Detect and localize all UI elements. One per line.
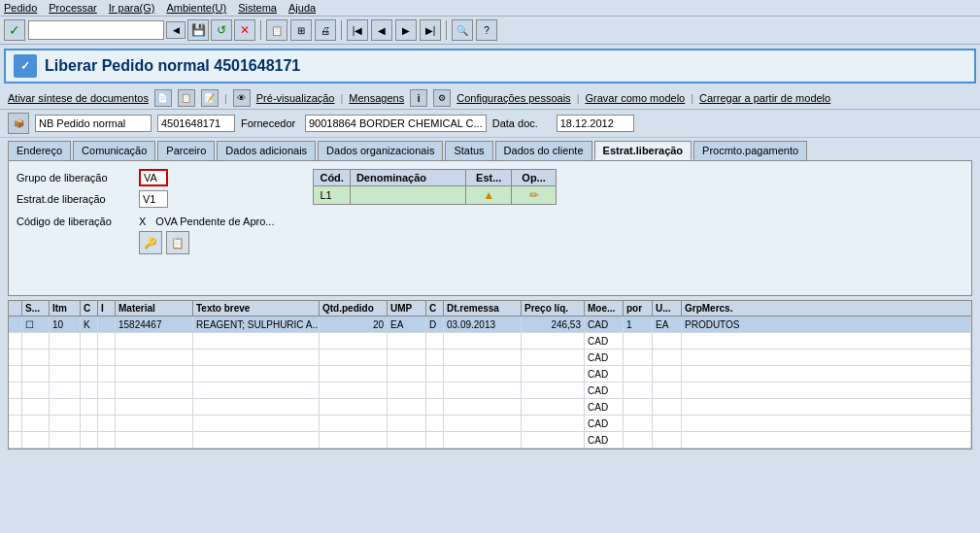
tab-procmto-pagamento[interactable]: Procmto.pagamento xyxy=(693,141,807,160)
code-row: Código de liberação X OVA Pendente de Ap… xyxy=(17,216,274,254)
lib-row-op[interactable]: ✏ xyxy=(512,186,556,205)
grid-cell xyxy=(193,416,320,431)
action-preview-icon[interactable]: 👁 xyxy=(233,89,251,107)
group-label: Grupo de liberação xyxy=(17,172,133,183)
grid-cell xyxy=(50,366,81,382)
next-button[interactable]: ▶ xyxy=(395,19,417,41)
table-row[interactable]: CAD xyxy=(9,432,971,449)
grid-cell xyxy=(98,416,116,431)
action-ativar[interactable]: Ativar síntese de documentos xyxy=(8,92,149,104)
table-row[interactable]: CAD xyxy=(9,366,971,383)
grid-cell xyxy=(653,333,682,349)
lib-row-status: ▲ xyxy=(466,186,512,205)
grid-cell xyxy=(116,333,193,349)
toolbar: ✓ ◀ 💾 ↺ ✕ 📋 ⊞ 🖨 |◀ ◀ ▶ ▶| 🔍 ? xyxy=(0,17,980,45)
lib-col-est: Est... xyxy=(466,170,512,186)
table-row[interactable]: CAD xyxy=(9,350,971,366)
nav-refresh-button[interactable]: ↺ xyxy=(211,19,232,41)
action-config[interactable]: Configurações pessoais xyxy=(456,92,570,104)
copy-button[interactable]: 📋 xyxy=(266,19,287,41)
table-row[interactable]: CAD xyxy=(9,416,971,432)
lib-action-btn2[interactable]: 📋 xyxy=(166,231,189,254)
table-row[interactable]: CAD xyxy=(9,383,971,399)
grid-cell xyxy=(388,383,426,398)
grid-cell: CAD xyxy=(585,333,624,349)
grid-cell: 1 xyxy=(624,316,653,332)
lib-action-btn1[interactable]: 🔑 xyxy=(139,231,162,254)
action-preview[interactable]: Pré-visualização xyxy=(256,92,335,104)
menu-irpara[interactable]: Ir para(G) xyxy=(109,2,155,14)
action-load-model[interactable]: Carregar a partir de modelo xyxy=(699,92,830,104)
grid-cell xyxy=(193,350,320,365)
nav-prev-button[interactable]: ◀ xyxy=(166,21,186,39)
tab-comunicacao[interactable]: Comunicação xyxy=(73,141,155,160)
tabs-container: Endereço Comunicação Parceiro Dados adic… xyxy=(0,138,980,160)
grid-cell xyxy=(522,416,585,431)
lib-table: Cód. Denominação Est... Op... L1 ▲ ✏ xyxy=(313,169,556,205)
shortcut-button[interactable]: ⊞ xyxy=(290,19,312,41)
grid-cell xyxy=(81,333,98,349)
table-row[interactable]: CAD xyxy=(9,399,971,416)
supplier-field: 90018864 BORDER CHEMICAL C... xyxy=(305,115,487,132)
grid-cell xyxy=(426,333,444,349)
lib-row-name xyxy=(350,186,465,205)
tab-dados-org[interactable]: Dados organizacionais xyxy=(318,141,443,160)
supplier-label: Fornecedor xyxy=(241,117,299,129)
grid-cell: CAD xyxy=(585,316,624,332)
table-row[interactable]: ☐10K15824467REAGENT; SULPHURIC A...20EAD… xyxy=(9,316,971,333)
action-icon1[interactable]: 📄 xyxy=(154,89,172,107)
tab-parceiro[interactable]: Parceiro xyxy=(157,141,215,160)
find-button[interactable]: 🔍 xyxy=(452,19,473,41)
command-input[interactable] xyxy=(28,20,164,40)
menu-pedido[interactable]: Pedido xyxy=(4,2,37,14)
last-button[interactable]: ▶| xyxy=(420,19,441,41)
grid-cell xyxy=(50,432,81,448)
menu-ajuda[interactable]: Ajuda xyxy=(288,2,316,14)
grid-cell xyxy=(624,399,653,415)
grid-cell xyxy=(50,383,81,398)
grid-cell xyxy=(682,432,971,448)
action-icon3[interactable]: 📝 xyxy=(201,89,219,107)
group-input[interactable]: VA xyxy=(139,169,168,186)
check-button[interactable]: ✓ xyxy=(4,19,25,41)
grid-cell xyxy=(193,432,320,448)
grid-header-date: Dt.remessa xyxy=(444,301,522,316)
tab-dados-adicionais[interactable]: Dados adicionais xyxy=(217,141,316,160)
menu-ambiente[interactable]: Ambiente(U) xyxy=(166,2,226,14)
tab-endereco[interactable]: Endereço xyxy=(8,141,71,160)
menu-sistema[interactable]: Sistema xyxy=(238,2,277,14)
action-msg-icon[interactable]: i xyxy=(410,89,427,107)
grid-header-moe: Moe... xyxy=(585,301,624,316)
field-row-icon[interactable]: 📦 xyxy=(8,113,29,134)
edit-icon[interactable]: ✏ xyxy=(529,188,539,202)
nav-stop-button[interactable]: ✕ xyxy=(234,19,255,41)
tab-status[interactable]: Status xyxy=(445,141,492,160)
nav-save-button[interactable]: 💾 xyxy=(187,19,209,41)
grid-cell xyxy=(22,366,50,382)
grid-cell xyxy=(444,416,522,431)
grid-cell xyxy=(98,366,116,382)
tab-estrat-liberacao[interactable]: Estrat.liberação xyxy=(594,141,693,160)
prev-button[interactable]: ◀ xyxy=(371,19,392,41)
strategy-input[interactable]: V1 xyxy=(139,190,168,208)
menu-processar[interactable]: Processar xyxy=(49,2,97,14)
grid-cell xyxy=(9,366,22,382)
grid-cell xyxy=(9,333,22,349)
action-config-icon[interactable]: ⚙ xyxy=(433,89,451,107)
grid-cell: 15824467 xyxy=(116,316,193,332)
grid-cell xyxy=(22,383,50,398)
grid-cell xyxy=(9,316,22,332)
action-save-model[interactable]: Gravar como modelo xyxy=(585,92,685,104)
grid-cell xyxy=(426,416,444,431)
grid-cell xyxy=(81,350,98,365)
grid-header-i: I xyxy=(98,301,116,316)
help-button[interactable]: ? xyxy=(476,19,497,41)
action-messages[interactable]: Mensagens xyxy=(349,92,404,104)
tab-dados-cliente[interactable]: Dados do cliente xyxy=(495,141,592,160)
first-button[interactable]: |◀ xyxy=(347,19,368,41)
grid-header-c: C xyxy=(81,301,98,316)
grid-cell xyxy=(653,416,682,431)
print-button[interactable]: 🖨 xyxy=(315,19,336,41)
table-row[interactable]: CAD xyxy=(9,333,971,350)
action-icon2[interactable]: 📋 xyxy=(178,89,195,107)
